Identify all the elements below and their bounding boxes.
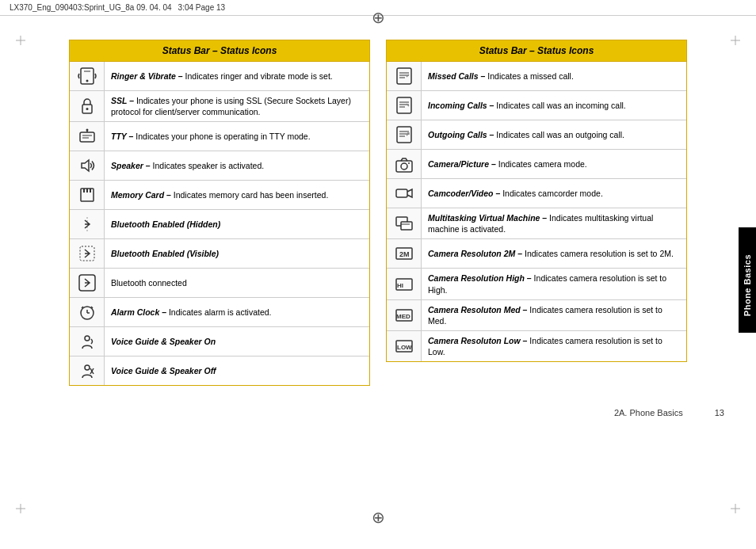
tty-text: TTY – Indicates your phone is operating … (105, 122, 369, 151)
svg-rect-19 (83, 189, 85, 193)
ringer-vibrate-icon (76, 65, 98, 87)
incoming-calls-icon (393, 94, 415, 116)
multitasking-vm-icon-cell (387, 208, 422, 238)
ringer-vibrate-text: Ringer & Vibrate – Indicates ringer and … (105, 62, 369, 90)
memory-card-text: Memory Card – Indicates memory card has … (105, 181, 369, 209)
camcorder-video-icon-cell (387, 179, 422, 208)
alarm-clock-icon (76, 301, 98, 323)
table-row: 2M Camera Resoluton 2M – Indicates camer… (387, 239, 686, 269)
bluetooth-visible-icon-cell (70, 239, 105, 268)
speaker-icon (76, 154, 98, 177)
svg-rect-47 (396, 161, 412, 172)
speaker-text: Speaker – Indicates speaker is activated… (105, 151, 369, 180)
outgoing-calls-icon (393, 124, 415, 146)
right-table-title: Status Bar – Status Icons (387, 40, 686, 62)
left-table-title: Status Bar – Status Icons (70, 40, 369, 62)
svg-rect-13 (80, 132, 94, 142)
camera-picture-icon (393, 153, 415, 175)
tty-icon-cell (70, 122, 105, 151)
camcorder-video-text: Camcoder/Video – Indicates camcorder mod… (422, 179, 686, 208)
multitasking-vm-text: Multitasking Virtual Machine – Indicates… (422, 208, 686, 238)
voice-guide-off-icon (76, 360, 98, 382)
svg-text:MED: MED (396, 313, 410, 320)
header-time: 3:04 Page 13 (178, 3, 226, 12)
table-row: Alarm Clock – Indicates alarm is activat… (70, 298, 369, 327)
svg-point-30 (85, 365, 90, 370)
table-row: Ringer & Vibrate – Indicates ringer and … (70, 62, 369, 91)
bluetooth-visible-icon (76, 242, 98, 265)
camera-res-low-icon: LOW (393, 335, 415, 357)
camera-res-high-icon-cell: HI (387, 269, 422, 299)
svg-point-10 (86, 80, 88, 82)
camera-res-high-text: Camera Resolution High – Indicates camer… (422, 269, 686, 299)
multitasking-vm-icon (393, 212, 415, 234)
table-row: LOW Camera Resoluton Low – Indicates cam… (387, 331, 686, 361)
table-row: Voice Guide & Speaker Off (70, 356, 369, 385)
table-row: HI Camera Resolution High – Indicates ca… (387, 269, 686, 299)
svg-rect-38 (397, 97, 411, 113)
svg-line-37 (407, 74, 409, 77)
svg-point-48 (401, 163, 407, 170)
camera-picture-icon-cell (387, 150, 422, 178)
camera-res-med-text: Camera Resoluton Med – Indicates camera … (422, 300, 686, 330)
ssl-text: SSL – Indicates your phone is using SSL … (105, 91, 369, 121)
footer-page-number: 13 (715, 408, 724, 417)
svg-rect-50 (396, 189, 407, 197)
tty-icon (76, 125, 98, 147)
camera-res-med-icon-cell: MED (387, 300, 422, 330)
sidebar-tab-container: Phone Basics (739, 238, 756, 333)
table-row: Voice Guide & Speaker On (70, 327, 369, 356)
missed-calls-icon (393, 65, 415, 87)
camera-res-high-icon: HI (393, 273, 415, 295)
ringer-vibrate-icon-cell (70, 62, 105, 90)
camera-res-low-icon-cell: LOW (387, 331, 422, 361)
table-row: Bluetooth Enabled (Visible) (70, 239, 369, 269)
table-row: Speaker – Indicates speaker is activated… (70, 151, 369, 181)
table-row: Memory Card – Indicates memory card has … (70, 181, 369, 210)
incoming-calls-text: Incoming Calls – Indicates call was an i… (422, 91, 686, 120)
svg-text:HI: HI (397, 282, 403, 289)
page-footer: 2A. Phone Basics 13 (0, 402, 756, 424)
bluetooth-hidden-icon-cell (70, 210, 105, 238)
table-row: Incoming Calls – Indicates call was an i… (387, 91, 686, 120)
svg-text:2M: 2M (399, 250, 410, 258)
table-row: Camera/Picture – Indicates camera mode. (387, 150, 686, 179)
camera-res-2m-icon-cell: 2M (387, 239, 422, 268)
svg-point-12 (86, 108, 88, 110)
svg-text:LOW: LOW (397, 344, 412, 351)
left-table: Status Bar – Status Icons Ringer & Vibra… (69, 40, 370, 386)
table-row: Multitasking Virtual Machine – Indicates… (387, 208, 686, 239)
camera-res-2m-text: Camera Resoluton 2M – Indicates camera r… (422, 239, 686, 268)
memory-card-icon (76, 184, 98, 206)
voice-guide-on-icon (76, 330, 98, 353)
corner-mark-tr (731, 36, 740, 45)
svg-rect-21 (90, 189, 91, 193)
svg-point-16 (86, 129, 88, 132)
bluetooth-visible-text: Bluetooth Enabled (Visible) (105, 239, 369, 268)
corner-mark-br (731, 504, 740, 513)
svg-point-29 (85, 336, 90, 341)
ssl-icon (76, 95, 98, 117)
header-left: LX370_Eng_090403:Sprint_UG_8a 09. 04. 04… (10, 3, 225, 12)
table-row: Camcoder/Video – Indicates camcorder mod… (387, 179, 686, 208)
camera-res-med-icon: MED (393, 304, 415, 326)
table-row: Outgoing Calls – Indicates call was an o… (387, 120, 686, 150)
outgoing-calls-icon-cell (387, 120, 422, 149)
camera-res-2m-icon: 2M (393, 242, 415, 265)
corner-mark-bl (16, 504, 25, 513)
header-filename: LX370_Eng_090403:Sprint_UG_8a 09. 04. 04 (10, 3, 172, 12)
svg-point-49 (408, 162, 410, 164)
alarm-clock-icon-cell (70, 298, 105, 326)
right-table: Status Bar – Status Icons Missed Calls –… (386, 40, 687, 362)
bluetooth-connected-icon (76, 272, 98, 294)
main-content: Status Bar – Status Icons Ringer & Vibra… (0, 16, 756, 402)
svg-rect-33 (397, 68, 411, 84)
alarm-clock-text: Alarm Clock – Indicates alarm is activat… (105, 298, 369, 326)
table-row: TTY – Indicates your phone is operating … (70, 122, 369, 151)
top-crosshair: ⊕ (372, 8, 385, 27)
bluetooth-connected-icon-cell (70, 269, 105, 297)
camcorder-video-icon (393, 182, 415, 204)
bluetooth-hidden-icon (76, 213, 98, 235)
footer-section-label: 2A. Phone Basics (614, 408, 683, 417)
corner-mark-tl (16, 36, 25, 45)
